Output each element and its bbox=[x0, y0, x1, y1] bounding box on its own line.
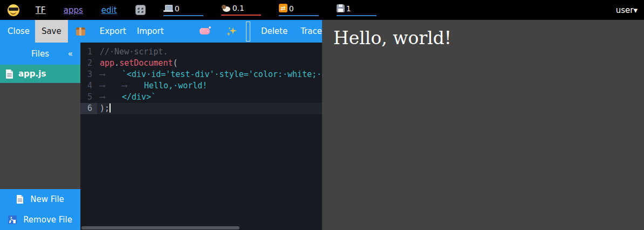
code-token-tab: ⟶ bbox=[100, 69, 122, 80]
cpu-stat: 0 bbox=[163, 4, 203, 16]
soap-bar-icon bbox=[200, 28, 210, 34]
code-line-content: ); bbox=[97, 103, 322, 114]
horizontal-scrollbar-thumb[interactable] bbox=[81, 226, 239, 229]
ram-stat: 0.1 bbox=[221, 4, 261, 16]
code-token-accent: setDocument bbox=[119, 58, 173, 68]
code-line-2[interactable]: 2app.setDocument( bbox=[80, 58, 322, 69]
remove-file-label: Remove File bbox=[23, 215, 72, 225]
text-cursor bbox=[109, 103, 111, 113]
line-number: 3 bbox=[80, 69, 97, 80]
remove-file-button[interactable]: Remove File bbox=[0, 210, 80, 230]
repeat-stat: ⇄ 0 bbox=[279, 4, 319, 16]
code-token-tab: ⟶ bbox=[122, 80, 144, 92]
editor-pane: Close Save Export Import Delete Trace Fi… bbox=[0, 20, 322, 230]
sidebar-actions: New File Remove File bbox=[0, 189, 80, 230]
code-token-tab: ⟶ bbox=[100, 92, 122, 103]
code-token-plain: ( bbox=[173, 58, 177, 68]
new-file-label: New File bbox=[30, 194, 64, 204]
sunglasses-face-icon[interactable] bbox=[8, 4, 19, 16]
line-number: 2 bbox=[80, 58, 97, 69]
code-line-6[interactable]: 6); bbox=[80, 103, 322, 114]
repeat-arrows-icon: ⇄ bbox=[279, 4, 287, 12]
repeat-stat-value: 0 bbox=[289, 5, 294, 12]
new-file-page-icon bbox=[16, 195, 24, 204]
code-line-content: ⟶⟶Hello,·world! bbox=[97, 80, 322, 92]
file-item-label: app.js bbox=[18, 69, 46, 79]
line-number: 5 bbox=[80, 92, 97, 103]
disk-stat: 1 bbox=[337, 4, 376, 16]
delete-button[interactable]: Delete bbox=[261, 20, 287, 43]
brand-link[interactable]: TF bbox=[36, 5, 46, 15]
control-knobs-icon[interactable] bbox=[135, 5, 146, 15]
code-line-3[interactable]: 3⟶`<div·id='test-div'·style='color:·whit… bbox=[80, 69, 322, 80]
rendered-hello-text: Hello, world! bbox=[322, 20, 644, 47]
litter-bin-icon bbox=[8, 215, 17, 224]
code-token-plain: . bbox=[114, 58, 119, 68]
code-token-tab: ⟶ bbox=[100, 80, 122, 92]
code-line-content: //·New·script. bbox=[97, 46, 322, 58]
code-editor[interactable]: 1//·New·script.2app.setDocument(3⟶`<div·… bbox=[80, 43, 322, 230]
code-line-content: ⟶`<div·id='test-div'·style='color:·white… bbox=[97, 69, 322, 80]
document-preview-pane: Hello, world! bbox=[322, 20, 644, 230]
code-token-plain: ); bbox=[100, 103, 109, 113]
cpu-stat-value: 0 bbox=[175, 5, 180, 12]
file-item-app-js[interactable]: app.js bbox=[0, 65, 80, 83]
code-token-comment: //·New·script. bbox=[100, 47, 168, 57]
nav-edit-link[interactable]: edit bbox=[101, 5, 117, 15]
code-line-content: app.setDocument( bbox=[97, 58, 322, 69]
line-number: 1 bbox=[80, 46, 97, 58]
code-line-5[interactable]: 5⟶</div>` bbox=[80, 92, 322, 103]
sparkles-icon[interactable] bbox=[227, 20, 237, 43]
import-button[interactable]: Import bbox=[137, 20, 164, 43]
laptop-icon bbox=[163, 4, 173, 12]
collapse-sidebar-icon[interactable]: « bbox=[68, 49, 73, 59]
code-token-string: Hello,·world! bbox=[144, 81, 207, 90]
horizontal-scrollbar bbox=[81, 226, 320, 229]
sparkles-glyph-icon bbox=[227, 26, 237, 37]
export-button[interactable]: Export bbox=[100, 20, 126, 43]
ram-stat-value: 0.1 bbox=[232, 4, 244, 12]
file-list-empty-space bbox=[0, 83, 80, 189]
files-header: Files « bbox=[0, 43, 80, 65]
editor-toolbar: Close Save Export Import Delete Trace bbox=[0, 20, 322, 43]
files-sidebar: Files « app.js bbox=[0, 43, 80, 230]
code-token-string: `<div·id='test-div'·style='color:·white;… bbox=[122, 69, 322, 79]
empty-toolbar-button[interactable] bbox=[246, 22, 250, 41]
ram-animal-icon bbox=[221, 4, 231, 12]
code-line-content: ⟶</div>` bbox=[97, 92, 322, 103]
close-button[interactable]: Close bbox=[8, 20, 30, 43]
package-box-icon bbox=[76, 27, 85, 36]
save-button[interactable]: Save bbox=[35, 20, 68, 43]
trace-button[interactable]: Trace bbox=[300, 20, 322, 43]
nav-apps-link[interactable]: apps bbox=[64, 5, 83, 15]
floppy-disk-icon bbox=[337, 4, 345, 12]
document-page-icon bbox=[5, 69, 13, 79]
code-token-accent: app bbox=[100, 58, 114, 68]
files-header-label: Files bbox=[31, 49, 49, 59]
new-file-button[interactable]: New File bbox=[0, 189, 80, 210]
main-area: Close Save Export Import Delete Trace Fi… bbox=[0, 20, 644, 230]
line-number: 6 bbox=[80, 103, 97, 114]
code-lines: 1//·New·script.2app.setDocument(3⟶`<div·… bbox=[80, 43, 322, 114]
package-icon[interactable] bbox=[76, 20, 85, 43]
user-menu[interactable]: user▾ bbox=[616, 5, 638, 15]
soap-icon[interactable] bbox=[200, 20, 210, 43]
code-line-4[interactable]: 4⟶⟶Hello,·world! bbox=[80, 80, 322, 92]
top-bar: TF apps edit 0 0.1 ⇄ 0 1 user▾ bbox=[0, 0, 644, 20]
disk-stat-value: 1 bbox=[346, 5, 351, 12]
code-line-1[interactable]: 1//·New·script. bbox=[80, 46, 322, 58]
line-number: 4 bbox=[80, 80, 97, 92]
code-token-string: </div>` bbox=[122, 92, 156, 102]
